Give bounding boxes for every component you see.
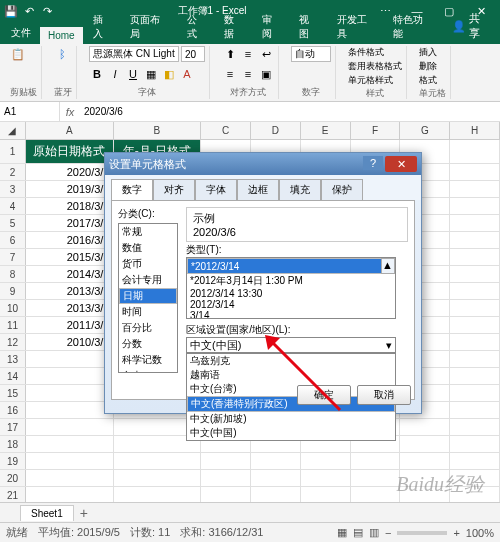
cell[interactable] bbox=[26, 436, 114, 452]
cell[interactable]: 2014/3/6 bbox=[26, 266, 114, 282]
dlg-tab-border[interactable]: 边框 bbox=[237, 179, 279, 200]
category-item[interactable]: 文本 bbox=[119, 368, 177, 373]
row-header[interactable]: 13 bbox=[0, 351, 26, 367]
italic-button[interactable]: I bbox=[107, 66, 123, 82]
dlg-tab-fill[interactable]: 填充 bbox=[279, 179, 321, 200]
zoom-in-button[interactable]: + bbox=[453, 527, 459, 539]
tab-view[interactable]: 视图 bbox=[291, 10, 326, 44]
cell[interactable] bbox=[400, 419, 450, 435]
cell[interactable] bbox=[450, 453, 500, 469]
underline-button[interactable]: U bbox=[125, 66, 141, 82]
insert-cells-button[interactable]: 插入 bbox=[419, 46, 437, 59]
cell[interactable] bbox=[450, 283, 500, 299]
row-header[interactable]: 10 bbox=[0, 300, 26, 316]
dlg-tab-number[interactable]: 数字 bbox=[111, 179, 153, 200]
delete-cells-button[interactable]: 删除 bbox=[419, 60, 437, 73]
row-header[interactable]: 11 bbox=[0, 317, 26, 333]
zoom-slider[interactable] bbox=[397, 531, 447, 535]
type-item[interactable]: 2012/3/14 bbox=[187, 299, 395, 310]
cell[interactable]: 2017/3/6 bbox=[26, 215, 114, 231]
fx-icon[interactable]: fx bbox=[60, 106, 80, 118]
cell[interactable] bbox=[26, 385, 114, 401]
col-header-f[interactable]: F bbox=[351, 122, 401, 139]
undo-icon[interactable]: ↶ bbox=[22, 4, 36, 18]
redo-icon[interactable]: ↷ bbox=[40, 4, 54, 18]
category-item[interactable]: 分数 bbox=[119, 336, 177, 352]
cell[interactable] bbox=[450, 419, 500, 435]
type-item[interactable]: 2012/3/14 13:30 bbox=[187, 288, 395, 299]
cell[interactable] bbox=[450, 368, 500, 384]
cell[interactable] bbox=[26, 470, 114, 486]
cell[interactable] bbox=[301, 470, 351, 486]
ok-button[interactable]: 确定 bbox=[297, 385, 351, 405]
name-box[interactable]: A1 bbox=[0, 102, 60, 121]
category-list[interactable]: 常规 数值 货币 会计专用 日期 时间 百分比 分数 科学记数 文本 特殊 自定… bbox=[118, 223, 178, 373]
row-header[interactable]: 17 bbox=[0, 419, 26, 435]
cell[interactable] bbox=[26, 368, 114, 384]
cell[interactable]: 2013/3/6 bbox=[26, 300, 114, 316]
cell[interactable]: 2016/3/6 bbox=[26, 232, 114, 248]
cell[interactable] bbox=[450, 215, 500, 231]
locale-option[interactable]: 中文(中国) bbox=[187, 426, 395, 440]
format-cells-button[interactable]: 格式 bbox=[419, 74, 437, 87]
font-name-select[interactable]: 思源黑体 CN Light bbox=[89, 46, 179, 62]
row-header[interactable]: 9 bbox=[0, 283, 26, 299]
row-header[interactable]: 21 bbox=[0, 487, 26, 503]
row-header[interactable]: 6 bbox=[0, 232, 26, 248]
tab-home[interactable]: Home bbox=[40, 27, 83, 44]
col-header-h[interactable]: H bbox=[450, 122, 500, 139]
select-all-corner[interactable]: ◢ bbox=[0, 122, 26, 139]
dlg-tab-font[interactable]: 字体 bbox=[195, 179, 237, 200]
merge-button[interactable]: ▣ bbox=[258, 66, 274, 82]
cell[interactable] bbox=[114, 453, 202, 469]
category-item[interactable]: 百分比 bbox=[119, 320, 177, 336]
cell[interactable] bbox=[26, 419, 114, 435]
border-button[interactable]: ▦ bbox=[143, 66, 159, 82]
fill-color-button[interactable]: ◧ bbox=[161, 66, 177, 82]
tab-formulas[interactable]: 公式 bbox=[179, 10, 214, 44]
cell[interactable] bbox=[450, 266, 500, 282]
row-header[interactable]: 4 bbox=[0, 198, 26, 214]
tab-developer[interactable]: 开发工具 bbox=[329, 10, 384, 44]
tab-insert[interactable]: 插入 bbox=[85, 10, 120, 44]
cell[interactable] bbox=[450, 181, 500, 197]
col-header-c[interactable]: C bbox=[201, 122, 251, 139]
type-item-selected[interactable]: *2012/3/14 bbox=[187, 258, 395, 274]
bold-button[interactable]: B bbox=[89, 66, 105, 82]
category-item-selected[interactable]: 日期 bbox=[119, 288, 177, 304]
cell[interactable] bbox=[201, 470, 251, 486]
cell[interactable] bbox=[450, 249, 500, 265]
row-header[interactable]: 8 bbox=[0, 266, 26, 282]
locale-option[interactable]: 越南语 bbox=[187, 368, 395, 382]
cell[interactable]: 2015/3/6 bbox=[26, 249, 114, 265]
cell[interactable] bbox=[450, 164, 500, 180]
sheet-tab[interactable]: Sheet1 bbox=[20, 505, 74, 521]
bluetooth-icon[interactable]: ᛒ bbox=[54, 46, 70, 62]
type-item[interactable]: *2012年3月14日 1:30 PM bbox=[187, 274, 395, 288]
view-normal-icon[interactable]: ▦ bbox=[337, 526, 347, 539]
col-header-g[interactable]: G bbox=[400, 122, 450, 139]
cell[interactable] bbox=[450, 232, 500, 248]
category-item[interactable]: 科学记数 bbox=[119, 352, 177, 368]
row-header[interactable]: 20 bbox=[0, 470, 26, 486]
view-page-icon[interactable]: ▤ bbox=[353, 526, 363, 539]
category-item[interactable]: 常规 bbox=[119, 224, 177, 240]
wrap-button[interactable]: ↩ bbox=[258, 46, 274, 62]
dlg-tab-align[interactable]: 对齐 bbox=[153, 179, 195, 200]
category-item[interactable]: 时间 bbox=[119, 304, 177, 320]
cell[interactable] bbox=[450, 351, 500, 367]
cell[interactable] bbox=[26, 453, 114, 469]
tab-data[interactable]: 数据 bbox=[216, 10, 251, 44]
cell[interactable]: 2013/3/6 bbox=[26, 283, 114, 299]
dialog-close-button[interactable]: ✕ bbox=[385, 156, 417, 172]
col-header-a[interactable]: A bbox=[26, 122, 114, 139]
align-left-button[interactable]: ≡ bbox=[222, 66, 238, 82]
tab-review[interactable]: 审阅 bbox=[254, 10, 289, 44]
cell[interactable] bbox=[450, 436, 500, 452]
share-button[interactable]: 👤共享 bbox=[442, 8, 500, 44]
tab-special[interactable]: 特色功能 bbox=[385, 10, 440, 44]
cell[interactable] bbox=[301, 453, 351, 469]
type-list[interactable]: *2012/3/14 *2012年3月14日 1:30 PM 2012/3/14… bbox=[186, 257, 396, 319]
tab-pagelayout[interactable]: 页面布局 bbox=[122, 10, 177, 44]
row-header[interactable]: 7 bbox=[0, 249, 26, 265]
